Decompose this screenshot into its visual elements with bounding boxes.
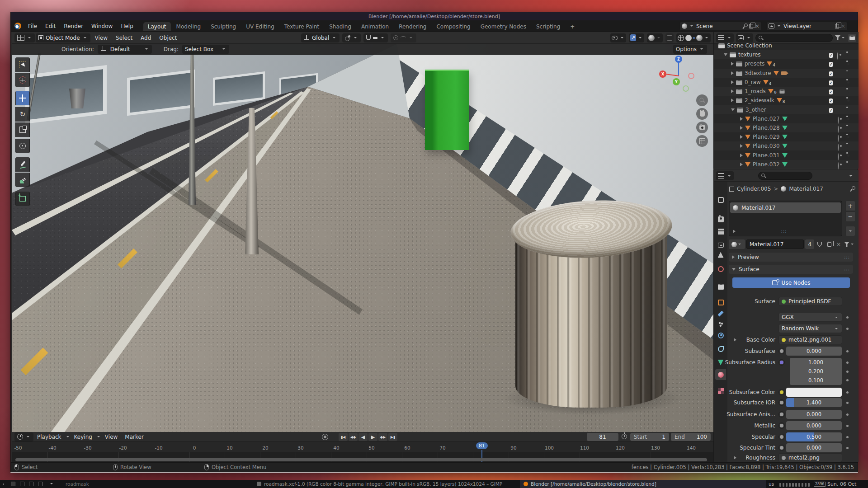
outliner-row-textures[interactable]: textures bbox=[714, 50, 859, 59]
panel-grip[interactable] bbox=[844, 254, 850, 260]
tab-geometry-nodes[interactable]: Geometry Nodes bbox=[476, 22, 531, 31]
outliner-row-plane-032[interactable]: Plane.032 bbox=[714, 160, 859, 169]
anim-decorator[interactable] bbox=[846, 447, 849, 449]
tab-tool[interactable] bbox=[715, 194, 726, 205]
workspace-icon[interactable] bbox=[20, 482, 24, 486]
pan-button[interactable] bbox=[696, 108, 708, 120]
drag-mode-dropdown[interactable]: Select Box bbox=[182, 45, 229, 54]
material-name-field[interactable]: Material.017 bbox=[746, 239, 804, 249]
outliner-search-input[interactable] bbox=[755, 34, 833, 42]
surface-shader-field[interactable]: Principled BSDF bbox=[778, 297, 842, 306]
add-workspace-button[interactable]: + bbox=[566, 22, 579, 31]
material-preview-shading-button[interactable] bbox=[693, 37, 695, 39]
radius-z-slider[interactable]: 0.100 bbox=[790, 376, 842, 385]
timeline-ruler[interactable]: -50 -40 -30 -20 -10 0 10 20 30 40 50 60 … bbox=[12, 442, 713, 452]
transform-orientation-dropdown[interactable]: Global bbox=[301, 33, 340, 42]
subsurface-ior-slider[interactable]: 1.400 bbox=[786, 398, 842, 407]
tab-render[interactable] bbox=[715, 214, 726, 225]
disclosure-closed-icon[interactable] bbox=[731, 71, 734, 75]
tab-layout[interactable]: Layout bbox=[143, 22, 171, 31]
tab-world[interactable] bbox=[715, 263, 726, 274]
workspace-icon[interactable] bbox=[29, 482, 33, 486]
disclosure-closed-icon[interactable] bbox=[740, 163, 743, 166]
menu-add[interactable]: Add bbox=[137, 35, 155, 41]
timeline-scrollbar[interactable] bbox=[15, 458, 707, 461]
options-dropdown[interactable]: Options bbox=[673, 45, 707, 54]
properties-search-input[interactable] bbox=[758, 172, 812, 180]
anim-decorator[interactable] bbox=[846, 402, 849, 404]
tab-shading[interactable]: Shading bbox=[325, 22, 356, 31]
pin-icon[interactable] bbox=[850, 186, 855, 192]
eye-icon[interactable] bbox=[838, 163, 839, 169]
keyboard-layout-indicator[interactable]: us bbox=[769, 481, 774, 487]
filter-button[interactable] bbox=[844, 240, 855, 249]
checkbox-icon[interactable] bbox=[829, 80, 833, 86]
outliner-row-0-raw[interactable]: 0_raw4 bbox=[714, 78, 859, 87]
tool-annotate[interactable] bbox=[15, 157, 30, 172]
checkbox-icon[interactable] bbox=[829, 107, 833, 113]
disclosure-closed-icon[interactable] bbox=[731, 99, 734, 102]
tab-compositing[interactable]: Compositing bbox=[432, 22, 475, 31]
outliner-row-plane-030[interactable]: Plane.030 bbox=[714, 141, 859, 150]
disclosure-closed-icon[interactable] bbox=[740, 117, 743, 121]
slot-specials-button[interactable] bbox=[845, 226, 855, 236]
ortho-toggle-button[interactable] bbox=[696, 135, 708, 147]
tool-cursor[interactable] bbox=[15, 73, 30, 87]
menu-select[interactable]: Select bbox=[112, 35, 136, 41]
visibility-dropdown[interactable] bbox=[610, 33, 626, 42]
play-button[interactable]: ▶ bbox=[368, 433, 377, 441]
new-viewlayer-icon[interactable] bbox=[835, 24, 839, 28]
workspace-switcher-chevron[interactable] bbox=[50, 483, 53, 484]
breadcrumb-object[interactable]: Cylinder.005 bbox=[737, 186, 771, 192]
disclosure-closed-icon[interactable] bbox=[740, 126, 743, 130]
anim-decorator[interactable] bbox=[846, 361, 849, 364]
tool-select-box[interactable] bbox=[15, 57, 30, 72]
distribution-dropdown[interactable]: GGX bbox=[778, 313, 842, 322]
editor-type-button[interactable] bbox=[14, 33, 35, 42]
auto-key-record-button[interactable] bbox=[322, 434, 328, 440]
tab-texture-paint[interactable]: Texture Paint bbox=[280, 22, 324, 31]
users-count-button[interactable]: 4 bbox=[805, 239, 814, 249]
checkbox-icon[interactable] bbox=[829, 52, 833, 58]
use-nodes-button[interactable]: Use Nodes bbox=[732, 277, 850, 288]
menu-playback[interactable]: Playback bbox=[33, 434, 65, 440]
disclosure-closed-icon[interactable] bbox=[740, 135, 743, 139]
gimp-task-button[interactable]: roadmask.xcf-1.0 (RGB color 8-bit gamma … bbox=[253, 480, 506, 488]
start-frame-field[interactable]: Start1 bbox=[630, 433, 669, 441]
menu-view[interactable]: View bbox=[91, 35, 111, 41]
disclosure-open-icon[interactable] bbox=[724, 53, 727, 56]
add-slot-button[interactable]: + bbox=[845, 201, 855, 211]
radius-y-slider[interactable]: 0.200 bbox=[790, 367, 842, 376]
specular-slider[interactable]: 0.500 bbox=[786, 432, 842, 441]
menu-marker[interactable]: Marker bbox=[121, 434, 147, 440]
disclosure-closed-icon[interactable] bbox=[731, 62, 734, 66]
input-socket-icon[interactable] bbox=[778, 411, 785, 418]
anim-decorator[interactable] bbox=[846, 391, 849, 394]
viewlayer-selector[interactable]: ViewLayer × bbox=[766, 22, 848, 31]
tab-modeling[interactable]: Modeling bbox=[172, 22, 206, 31]
input-socket-icon[interactable] bbox=[778, 445, 785, 451]
duplicate-material-button[interactable] bbox=[825, 240, 833, 249]
prev-keyframe-button[interactable]: ◀◆ bbox=[349, 433, 358, 441]
play-reverse-button[interactable]: ◀ bbox=[359, 433, 368, 441]
subsurface-color-swatch[interactable] bbox=[786, 388, 842, 397]
clock[interactable]: Sun, 06 Oct 18:36 tile bbox=[827, 481, 868, 488]
eye-icon[interactable] bbox=[838, 117, 839, 123]
disclosure-closed-icon[interactable] bbox=[731, 89, 734, 93]
radius-x-slider[interactable]: 1.000 bbox=[790, 358, 842, 367]
disclosure-closed-icon[interactable] bbox=[731, 80, 734, 84]
surface-panel-header[interactable]: Surface bbox=[729, 265, 853, 274]
system-meter[interactable]: 2896 bbox=[814, 482, 826, 487]
anim-decorator[interactable] bbox=[846, 379, 849, 381]
breadcrumb-material[interactable]: Material.017 bbox=[789, 186, 823, 192]
menu-window[interactable]: Window bbox=[87, 20, 117, 32]
current-frame-field[interactable]: 81 bbox=[587, 433, 618, 441]
properties-options-chevron[interactable] bbox=[849, 175, 853, 177]
tool-transform[interactable] bbox=[15, 139, 30, 153]
snap-controls[interactable] bbox=[363, 33, 388, 42]
fake-user-button[interactable] bbox=[816, 240, 824, 249]
close-icon[interactable]: × bbox=[755, 24, 760, 28]
tab-scene[interactable] bbox=[715, 249, 726, 260]
anim-decorator[interactable] bbox=[846, 425, 849, 427]
unlink-material-button[interactable]: × bbox=[835, 240, 843, 249]
